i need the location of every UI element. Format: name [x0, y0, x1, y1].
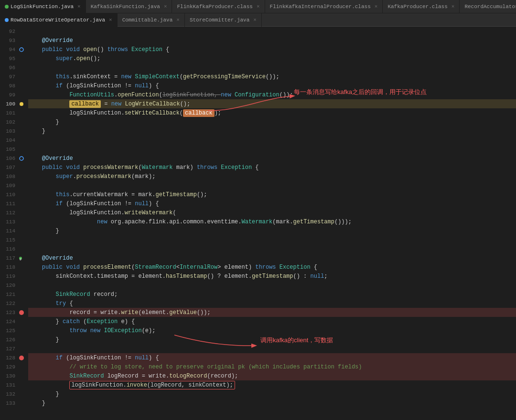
code-line-130: SinkRecord logRecord = write.toLogRecord…	[28, 371, 516, 380]
code-line-114: }	[28, 226, 516, 235]
svg-point-6	[19, 356, 24, 360]
line-num-127: 127	[0, 346, 18, 352]
kw-void-94: void	[66, 46, 80, 53]
tab-flinkproducer[interactable]: FlinkKafkaProducer.class ×	[172, 0, 265, 13]
tab-close-flinkinternalproducer[interactable]: ×	[375, 4, 378, 10]
line-num-119: 119	[0, 273, 18, 279]
gutter-icon-123	[18, 309, 25, 316]
kw-this-97: this	[56, 74, 70, 80]
code-line-95: super.open();	[28, 54, 516, 63]
code-line-94: public void open() throws Exception {	[28, 45, 516, 54]
tab-label-flinkinternalproducer: FlinkKafkaInternalProducer.class	[270, 4, 371, 10]
line-num-121: 121	[0, 292, 18, 297]
svg-point-5	[19, 310, 24, 315]
fn-logwritecallback: LogWriteCallback	[125, 101, 180, 107]
gutter-row-102: 102	[0, 117, 26, 126]
gutter-row-111: 111	[0, 199, 26, 208]
fn-write-123: write	[121, 309, 138, 316]
tab-storecommitter[interactable]: StoreCommitter.java ×	[185, 13, 262, 27]
fn-open: open	[83, 46, 97, 53]
tab-close-kafkasink[interactable]: ×	[164, 4, 167, 10]
code-line-96	[28, 63, 516, 72]
gutter-icon-106	[18, 155, 25, 162]
tab-close-logsink[interactable]: ×	[77, 4, 81, 10]
type-sinkrecord-121: SinkRecord	[56, 291, 90, 298]
line-num-124: 124	[0, 319, 18, 325]
code-line-106: @Override	[28, 154, 516, 163]
code-line-103: }	[28, 126, 516, 136]
kw-null-128: null	[135, 355, 149, 361]
annotation-override-93: @Override	[42, 37, 73, 44]
code-line-113: new org.apache.flink.api.common.eventtim…	[28, 217, 516, 226]
cmt-129: // write to log store, need to preserve …	[69, 364, 362, 370]
gutter-row-118: 118	[0, 262, 26, 272]
type-exception-107: Exception	[221, 164, 252, 171]
gutter-row-132: 132	[0, 389, 26, 399]
line-num-106: 106	[0, 156, 18, 161]
gutter-icon-100	[18, 101, 25, 107]
gutter-row-107: 107	[0, 163, 26, 172]
kw-new-97: new	[121, 74, 131, 80]
gutter-row-113: 113	[0, 217, 26, 226]
line-num-117: 117	[0, 255, 18, 261]
line-num-120: 120	[0, 283, 18, 288]
fn-processwatermark-108: processWatermark	[76, 173, 131, 180]
type-streamrecord: StreamRecord	[135, 264, 176, 271]
gutter-row-93: 93	[0, 36, 26, 45]
annotation-override-117: @Override	[42, 255, 73, 262]
svg-point-0	[20, 48, 23, 52]
gutter-row-94: 94	[0, 45, 26, 54]
kw-public-118: public	[42, 264, 63, 271]
kw-throw-125: throw	[69, 327, 86, 334]
tab-logsink[interactable]: LogSinkFunction.java ×	[0, 0, 86, 13]
code-line-124: } catch (Exception e) {	[28, 317, 516, 326]
tab-close-flinkproducer[interactable]: ×	[257, 4, 260, 10]
tab-rowdatastore[interactable]: RowDataStoreWriteOperator.java ×	[0, 13, 118, 27]
tab-close-rowdatastore[interactable]: ×	[109, 17, 112, 23]
line-num-130: 130	[0, 373, 18, 379]
type-watermark-107: Watermark	[142, 164, 173, 171]
tab-kafkaproducer[interactable]: KafkaProducer.class ×	[383, 0, 460, 13]
code-line-99: FunctionUtils.openFunction(logSinkFuncti…	[28, 90, 516, 99]
tab-close-committable[interactable]: ×	[176, 17, 180, 23]
code-line-118: public void processElement(StreamRecord<…	[28, 262, 516, 272]
tab-close-kafkaproducer[interactable]: ×	[452, 4, 455, 10]
tab-committable[interactable]: Committable.java ×	[118, 13, 185, 27]
fn-open-95: open	[76, 55, 90, 62]
line-num-115: 115	[0, 237, 18, 243]
tab-kafkasink[interactable]: KafkaSinkFunction.java ×	[86, 0, 172, 13]
code-content: @Override public void open() throws Exce…	[26, 27, 516, 420]
gutter-row-124: 124	[0, 317, 26, 326]
kw-new-125: new	[90, 327, 101, 334]
gutter-icon-128	[18, 355, 25, 361]
line-num-112: 112	[0, 210, 18, 216]
highlight-invoke-box: logSinkFunction.invoke(logRecord, sinkCo…	[69, 381, 235, 389]
kw-this-110: this	[56, 191, 70, 198]
fn-gettimestamp-119: getTimestamp	[252, 273, 293, 280]
line-gutter: 92 93 94 95	[0, 27, 26, 420]
gutter-row-116: 116	[0, 244, 26, 253]
gutter-row-99: 99	[0, 90, 26, 99]
kw-if-98: if	[56, 83, 63, 89]
tab-label-logsink: LogSinkFunction.java	[11, 4, 74, 10]
gutter-row-92: 92	[0, 27, 26, 36]
code-line-119: sinkContext.timestamp = element.hasTimes…	[28, 272, 516, 281]
code-line-129: // write to log store, need to preserve …	[28, 362, 516, 371]
tab-flinkinternalproducer[interactable]: FlinkKafkaInternalProducer.class ×	[265, 0, 383, 13]
gutter-row-96: 96	[0, 63, 26, 72]
code-line-97: this.sinkContext = new SimpleContext(get…	[28, 72, 516, 81]
code-line-117: @Override	[28, 253, 516, 262]
kw-try-122: try	[56, 300, 66, 307]
gutter-row-109: 109	[0, 181, 26, 190]
tab-close-storecommitter[interactable]: ×	[253, 17, 257, 23]
kw-super-95: super	[56, 55, 73, 62]
code-line-105	[28, 145, 516, 154]
fn-openfunction: openFunction	[118, 92, 159, 98]
kw-if-111: if	[56, 200, 63, 207]
gutter-icon-94	[18, 46, 25, 53]
tab-label-committable: Committable.java	[122, 17, 173, 23]
tab-recordaccumulator[interactable]: RecordAccumulator.class ×	[460, 0, 516, 13]
gutter-row-125: 125	[0, 326, 26, 335]
fn-processelement: processElement	[83, 264, 131, 271]
code-line-122: try {	[28, 299, 516, 308]
